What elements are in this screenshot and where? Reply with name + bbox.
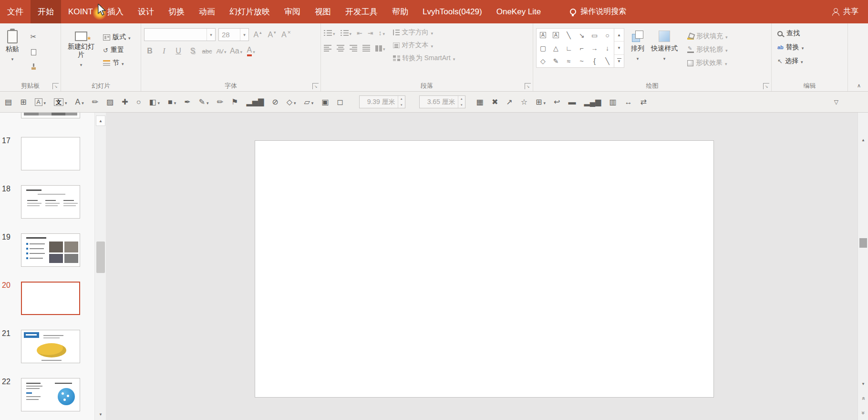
tab-review[interactable]: 审阅 (277, 0, 308, 23)
rounded-rectangle-shape-icon[interactable]: ▢ (537, 42, 549, 54)
chevron-down-icon[interactable] (240, 29, 248, 41)
bullets-button[interactable] (324, 28, 335, 38)
slide-bar-tool-icon[interactable]: ▬ (568, 95, 576, 109)
slide-thumbnail-19[interactable] (21, 233, 80, 267)
strikethrough-button[interactable]: abc (201, 45, 213, 57)
send-backward-tool-icon[interactable]: ◻ (337, 95, 343, 109)
column-chart-tool-icon[interactable]: ▂▄▆ (584, 95, 601, 109)
export-tool-icon[interactable]: ↗ (506, 95, 512, 109)
delete-tool-icon[interactable]: ✖ (492, 95, 498, 109)
right-arrow-shape-icon[interactable]: → (588, 42, 601, 54)
shape-fill-button[interactable]: 形状填充 (687, 32, 728, 41)
pencil-tool-icon[interactable]: ✏ (217, 95, 223, 109)
return-arrow-tool-icon[interactable]: ↩ (554, 95, 560, 109)
font-dialog-launcher[interactable] (312, 83, 319, 89)
thumbnail-scrollbar[interactable] (94, 113, 106, 420)
previous-slide-button[interactable]: » (858, 392, 868, 405)
slide-thumbnail-21[interactable] (21, 330, 80, 363)
width-arrow-tool-icon[interactable]: ↔ (625, 95, 632, 109)
border-grid-tool-icon[interactable]: ⊞ (536, 95, 546, 109)
bar-chart-tool-icon[interactable]: ▂▅▇ (246, 95, 264, 109)
elbow-arrow-shape-icon[interactable]: ⌐ (575, 42, 588, 54)
numbering-button[interactable] (341, 28, 352, 38)
chevron-down-icon[interactable] (207, 29, 215, 41)
align-cross-tool-icon[interactable]: ✚ (122, 95, 128, 109)
find-button[interactable]: 查找 (777, 29, 804, 38)
align-center-button[interactable] (337, 43, 344, 53)
textbox-shape-icon[interactable]: A (537, 29, 549, 42)
bold-button[interactable]: B (144, 45, 155, 57)
line-shape-icon[interactable]: ╲ (562, 29, 575, 42)
thumbnail-scroll-up-button[interactable] (96, 116, 105, 126)
width-spinner[interactable] (398, 96, 405, 108)
tab-koint[interactable]: KOINT (61, 0, 100, 23)
paragraph-dialog-launcher[interactable] (525, 83, 531, 89)
oval-shape-icon[interactable]: ○ (601, 29, 614, 42)
down-arrow-shape-icon[interactable]: ↓ (601, 42, 614, 54)
tab-onekeylite[interactable]: OneKey Lite (489, 0, 548, 23)
columns-button[interactable] (375, 43, 385, 53)
font-name-combo[interactable] (144, 28, 216, 41)
character-spacing-button[interactable]: AV (216, 45, 227, 57)
tell-me-search[interactable]: 操作说明搜索 (570, 0, 626, 23)
freeform-shape-icon[interactable]: ◇ (537, 54, 549, 67)
next-slide-button[interactable]: » (858, 407, 868, 419)
font-color-button[interactable]: A (245, 45, 257, 57)
vertical-textbox-shape-icon[interactable]: A (549, 29, 562, 42)
layout-button[interactable]: 版式 (103, 33, 131, 42)
cut-button[interactable]: ✂ (28, 31, 39, 42)
bring-forward-tool-icon[interactable]: ▣ (321, 95, 329, 109)
increase-indent-button[interactable]: ⇥ (368, 28, 373, 38)
tab-insert[interactable]: 插入 (100, 0, 131, 23)
scroll-up-button[interactable] (858, 135, 868, 145)
justify-button[interactable] (362, 43, 370, 53)
shape-outline-button[interactable]: 形状轮廓 (687, 45, 728, 54)
slide-thumbnail-18[interactable] (21, 185, 80, 219)
clear-formatting-button[interactable]: A✕ (280, 29, 292, 41)
eyedropper-tool-icon[interactable]: ✏ (92, 95, 98, 109)
skew-tool-icon[interactable]: ▱ (304, 95, 314, 109)
quick-styles-button[interactable]: 快速样式 (647, 27, 682, 63)
text-direction-button[interactable]: 文字方向 (393, 28, 455, 37)
diagonal-line-shape-icon[interactable]: ╲ (601, 54, 614, 67)
fill-color-tool-icon[interactable]: ■ (168, 95, 176, 109)
tab-help[interactable]: 帮助 (385, 0, 415, 23)
no-fill-tool-icon[interactable]: ⊘ (272, 95, 278, 109)
slide-thumbnail-22[interactable] (21, 378, 80, 411)
curve-shape-icon[interactable]: ≈ (562, 54, 575, 67)
align-text-button[interactable]: 对齐文本 (393, 41, 455, 50)
elbow-connector-shape-icon[interactable]: ∟ (562, 42, 575, 54)
tab-design[interactable]: 设计 (131, 0, 161, 23)
font-tool-icon[interactable]: A (75, 95, 84, 109)
table-tool-icon[interactable]: ▦ (476, 95, 484, 109)
tab-view[interactable]: 视图 (308, 0, 338, 23)
copy-button[interactable] (28, 46, 39, 57)
select-button[interactable]: ↖ 选择 (777, 57, 804, 65)
increase-font-size-button[interactable]: A▴ (252, 29, 263, 41)
toolbar-overflow-button[interactable]: ▽ (834, 99, 838, 105)
font-size-combo[interactable]: 28 (218, 28, 249, 41)
shapes-more-button[interactable] (614, 55, 624, 67)
line-spacing-button[interactable]: ↕ (379, 28, 385, 38)
shape-picker-tool-icon[interactable]: ◇ (287, 95, 296, 109)
oval-tool-icon[interactable]: ○ (136, 95, 141, 109)
table-rows-icon[interactable]: ▤ (5, 95, 12, 109)
pen-tool-icon[interactable]: ✎ (199, 95, 209, 109)
tab-home[interactable]: 开始 (31, 0, 61, 23)
tab-slideshow[interactable]: 幻灯片放映 (222, 0, 277, 23)
tab-transitions[interactable]: 切换 (161, 0, 192, 23)
spin-up-icon[interactable] (398, 96, 405, 102)
main-scrollbar[interactable]: » » (858, 113, 868, 420)
decrease-font-size-button[interactable]: A▾ (266, 29, 278, 41)
thumbnail-scrollbar-thumb[interactable] (96, 242, 105, 273)
main-scrollbar-thumb[interactable] (859, 238, 867, 248)
section-button[interactable]: 节 (103, 59, 131, 67)
format-painter-button[interactable] (28, 62, 39, 72)
wave-shape-icon[interactable]: ~ (575, 54, 588, 67)
tab-animations[interactable]: 动画 (192, 0, 222, 23)
triangle-shape-icon[interactable]: △ (549, 42, 562, 54)
reset-button[interactable]: ↺ 重置 (103, 46, 131, 54)
slide-thumbnail-16-partial[interactable] (21, 113, 80, 118)
tab-developer[interactable]: 开发工具 (338, 0, 385, 23)
shapes-scroll-down-button[interactable] (614, 42, 624, 54)
